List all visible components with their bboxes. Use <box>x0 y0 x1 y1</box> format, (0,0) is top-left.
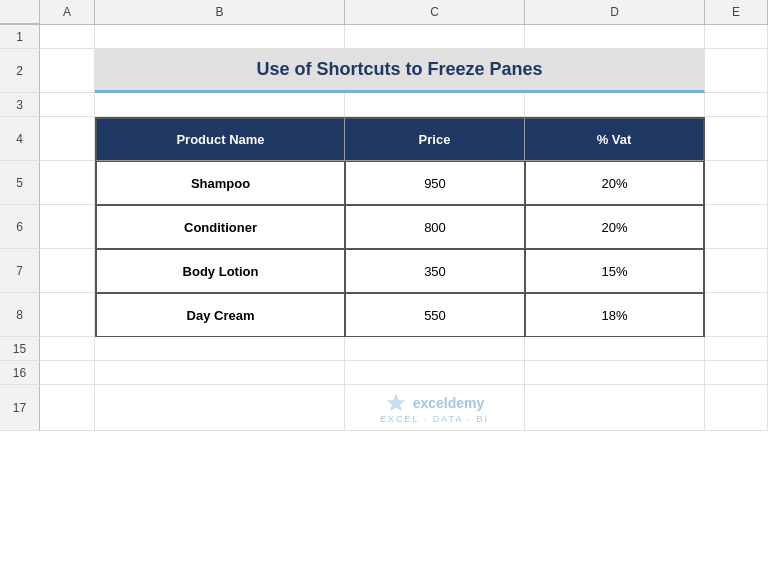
cell-b8[interactable]: Day Cream <box>95 293 345 337</box>
row-5: 5 Shampoo 950 20% <box>0 161 768 205</box>
cell-d8[interactable]: 18% <box>525 293 705 337</box>
watermark-icon <box>385 392 407 414</box>
cell-c5[interactable]: 950 <box>345 161 525 205</box>
cell-a7[interactable] <box>40 249 95 293</box>
cell-e4[interactable] <box>705 117 768 161</box>
watermark-logo: exceldemy <box>385 392 485 414</box>
cell-a4[interactable] <box>40 117 95 161</box>
cell-e8[interactable] <box>705 293 768 337</box>
cell-b5[interactable]: Shampoo <box>95 161 345 205</box>
cell-a17[interactable] <box>40 385 95 431</box>
row-17: 17 exceldemy EXCEL · DATA · BI <box>0 385 768 431</box>
row-num-6: 6 <box>0 205 40 249</box>
row-num-16: 16 <box>0 361 40 385</box>
row-8: 8 Day Cream 550 18% <box>0 293 768 337</box>
watermark-brand-name: exceldemy <box>413 395 485 411</box>
cell-e5[interactable] <box>705 161 768 205</box>
row-num-3: 3 <box>0 93 40 117</box>
cell-d15[interactable] <box>525 337 705 361</box>
row-num-8: 8 <box>0 293 40 337</box>
cell-a1[interactable] <box>40 25 95 49</box>
column-header-row: A B C D E <box>0 0 768 25</box>
row-4: 4 Product Name Price % Vat <box>0 117 768 161</box>
cell-e15[interactable] <box>705 337 768 361</box>
row-num-15: 15 <box>0 337 40 361</box>
cell-c16[interactable] <box>345 361 525 385</box>
cell-d4-header[interactable]: % Vat <box>525 117 705 161</box>
cell-d1[interactable] <box>525 25 705 49</box>
cell-d7[interactable]: 15% <box>525 249 705 293</box>
cell-c17[interactable]: exceldemy EXCEL · DATA · BI <box>345 385 525 431</box>
col-header-c: C <box>345 0 525 24</box>
col-header-e: E <box>705 0 768 24</box>
cell-b4-header[interactable]: Product Name <box>95 117 345 161</box>
cell-d6[interactable]: 20% <box>525 205 705 249</box>
row-2: 2 Use of Shortcuts to Freeze Panes <box>0 49 768 93</box>
cell-b1[interactable] <box>95 25 345 49</box>
cell-e3[interactable] <box>705 93 768 117</box>
row-num-4: 4 <box>0 117 40 161</box>
row-num-7: 7 <box>0 249 40 293</box>
cell-a3[interactable] <box>40 93 95 117</box>
cell-d16[interactable] <box>525 361 705 385</box>
row-num-1: 1 <box>0 25 40 49</box>
row-3: 3 <box>0 93 768 117</box>
row-num-17: 17 <box>0 385 40 431</box>
svg-marker-0 <box>387 393 405 410</box>
cell-b3[interactable] <box>95 93 345 117</box>
row-num-5: 5 <box>0 161 40 205</box>
spreadsheet-title: Use of Shortcuts to Freeze Panes <box>256 59 542 80</box>
row-7: 7 Body Lotion 350 15% <box>0 249 768 293</box>
cell-e1[interactable] <box>705 25 768 49</box>
row-15: 15 <box>0 337 768 361</box>
col-header-b: B <box>95 0 345 24</box>
cell-b6[interactable]: Conditioner <box>95 205 345 249</box>
col-header-a: A <box>40 0 95 24</box>
title-cell: Use of Shortcuts to Freeze Panes <box>95 49 705 93</box>
cell-d3[interactable] <box>525 93 705 117</box>
row-6: 6 Conditioner 800 20% <box>0 205 768 249</box>
corner-cell <box>0 0 40 24</box>
cell-e7[interactable] <box>705 249 768 293</box>
col-header-d: D <box>525 0 705 24</box>
cell-b15[interactable] <box>95 337 345 361</box>
cell-d17[interactable] <box>525 385 705 431</box>
cell-c15[interactable] <box>345 337 525 361</box>
cell-c4-header[interactable]: Price <box>345 117 525 161</box>
cell-c3[interactable] <box>345 93 525 117</box>
row-16: 16 <box>0 361 768 385</box>
cell-c8[interactable]: 550 <box>345 293 525 337</box>
cell-a15[interactable] <box>40 337 95 361</box>
cell-a8[interactable] <box>40 293 95 337</box>
cell-c1[interactable] <box>345 25 525 49</box>
watermark-subtitle: EXCEL · DATA · BI <box>380 414 489 424</box>
cell-e6[interactable] <box>705 205 768 249</box>
cell-e17[interactable] <box>705 385 768 431</box>
row-1: 1 <box>0 25 768 49</box>
cell-b17[interactable] <box>95 385 345 431</box>
cell-e2[interactable] <box>705 49 768 93</box>
grid-body: 1 2 Use of Shortcuts to Freeze Panes 3 <box>0 25 768 580</box>
cell-c7[interactable]: 350 <box>345 249 525 293</box>
cell-c6[interactable]: 800 <box>345 205 525 249</box>
spreadsheet: A B C D E 1 2 Use of Shortcuts to Freeze… <box>0 0 768 580</box>
cell-e16[interactable] <box>705 361 768 385</box>
cell-a5[interactable] <box>40 161 95 205</box>
cell-d5[interactable]: 20% <box>525 161 705 205</box>
cell-a6[interactable] <box>40 205 95 249</box>
cell-b16[interactable] <box>95 361 345 385</box>
row-num-2: 2 <box>0 49 40 93</box>
cell-a2[interactable] <box>40 49 95 93</box>
cell-b7[interactable]: Body Lotion <box>95 249 345 293</box>
cell-a16[interactable] <box>40 361 95 385</box>
watermark: exceldemy EXCEL · DATA · BI <box>380 392 489 424</box>
